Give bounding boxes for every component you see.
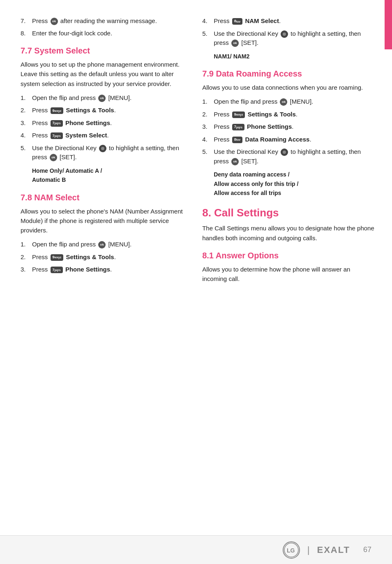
section-body-77: Allows you to set up the phone managemen…	[21, 60, 186, 88]
lg-logo: LG	[283, 541, 300, 559]
list-item: 3. Press 7pqrs Phone Settings.	[21, 118, 186, 128]
directional-key-icon	[281, 30, 288, 38]
item-number: 4.	[202, 16, 214, 26]
item-content: Open the flip and press ok [MENU].	[32, 240, 186, 249]
svg-text:LG: LG	[287, 547, 295, 554]
footer-page-number: 67	[363, 545, 371, 554]
lg-logo-svg: LG	[284, 542, 299, 558]
ok-icon: ok	[231, 39, 239, 47]
directional-key-icon	[281, 149, 288, 156]
item-content: Enter the four-digit lock code.	[32, 29, 112, 38]
directional-key-icon	[99, 145, 106, 152]
list-item: 5. Use the Directional Key to highlight …	[202, 147, 376, 166]
item-number: 5.	[202, 29, 214, 39]
footer-brand: EXALT	[317, 545, 350, 555]
item-number: 5.	[21, 144, 32, 153]
key-7-icon: 7pqrs	[51, 120, 63, 127]
item-content: Press ok after reading the warning messa…	[32, 16, 157, 26]
ok-icon: ok	[50, 154, 57, 161]
list-item: 2. Press 9wxyz Settings & Tools.	[202, 110, 376, 119]
item-number: 1.	[21, 93, 32, 103]
item-number: 8.	[21, 29, 32, 38]
item-content: Press 7pqrs Phone Settings.	[214, 122, 376, 132]
key-7-icon: 7pqrs	[51, 132, 63, 139]
item-number: 1.	[202, 97, 214, 107]
item-number: 3.	[21, 118, 32, 128]
section-79: 7.9 Data Roaming Access Allows you to us…	[202, 69, 376, 197]
ok-icon: ok	[51, 18, 58, 25]
section-8: 8. Call Settings The Call Settings menu …	[202, 207, 376, 243]
section-78-cont: 4. Press 8tuv NAM Select. 5. Use the Dir…	[202, 16, 376, 61]
key-9-icon: 9wxyz	[232, 111, 245, 118]
item-number: 1.	[21, 240, 32, 249]
key-8-icon: 8tuv	[232, 18, 243, 25]
item-content: Press 8tuv Data Roaming Access.	[214, 135, 376, 144]
section-78-options: NAM1/ NAM2	[214, 52, 376, 61]
section-body-79: Allows you to use data connections when …	[202, 83, 376, 92]
section-body-78: Allows you to select the phone's NAM (Nu…	[21, 207, 186, 235]
ok-icon: ok	[98, 95, 106, 102]
section-77-options: Home Only/ Automatic A /Automatic B	[32, 166, 186, 185]
item-content: Open the flip and press ok [MENU].	[214, 97, 376, 107]
item-content: Press 9wxyz Settings & Tools.	[32, 253, 186, 262]
item-number: 2.	[21, 253, 32, 262]
list-item: 3. Press 7pqrs Phone Settings.	[202, 122, 376, 132]
pink-tab	[385, 0, 392, 49]
list-item: 4. Press 7pqrs System Select.	[21, 131, 186, 140]
item-number: 3.	[21, 265, 32, 274]
section-heading-79: 7.9 Data Roaming Access	[202, 69, 376, 79]
list-item: 5. Use the Directional Key to highlight …	[21, 144, 186, 162]
section-77-list: 1. Open the flip and press ok [MENU]. 2.…	[21, 93, 186, 162]
section-78-cont-list: 4. Press 8tuv NAM Select. 5. Use the Dir…	[202, 16, 376, 48]
section-78: 7.8 NAM Select Allows you to select the …	[21, 193, 186, 274]
section-heading-78: 7.8 NAM Select	[21, 193, 186, 202]
footer: LG | EXALT 67	[0, 535, 392, 564]
key-9-icon: 9wxyz	[51, 107, 64, 114]
section-79-list: 1. Open the flip and press ok [MENU]. 2.…	[202, 97, 376, 166]
item-content: Press 7pqrs Phone Settings.	[32, 265, 186, 274]
item-number: 4.	[21, 131, 32, 140]
list-item: 1. Open the flip and press ok [MENU].	[21, 240, 186, 249]
item-content: Press 9wxyz Settings & Tools.	[214, 110, 376, 119]
section-body-81: Allows you to determine how the phone wi…	[202, 265, 376, 284]
section-78-list: 1. Open the flip and press ok [MENU]. 2.…	[21, 240, 186, 274]
key-9-icon: 9wxyz	[51, 254, 64, 261]
item-content: Open the flip and press ok [MENU].	[32, 93, 186, 103]
ok-icon: ok	[280, 98, 287, 106]
section-heading-81: 8.1 Answer Options	[202, 251, 376, 260]
section-body-8: The Call Settings menu allows you to des…	[202, 223, 376, 243]
item-content: Press 8tuv NAM Select.	[214, 16, 376, 26]
item-number: 2.	[202, 110, 214, 119]
item-number: 4.	[202, 135, 214, 144]
pre-items-list: 7. Press ok after reading the warning me…	[21, 16, 186, 38]
list-item: 3. Press 7pqrs Phone Settings.	[21, 265, 186, 274]
list-item: 2. Press 9wxyz Settings & Tools.	[21, 253, 186, 262]
left-column: 7. Press ok after reading the warning me…	[21, 16, 198, 288]
item-number: 5.	[202, 147, 214, 157]
list-item: 1. Open the flip and press ok [MENU].	[202, 97, 376, 107]
key-7-icon: 7pqrs	[51, 267, 63, 273]
item-content: Press 7pqrs Phone Settings.	[32, 118, 186, 128]
section-heading-8: 8. Call Settings	[202, 207, 376, 219]
section-79-options: Deny data roaming access / Allow access …	[214, 170, 376, 197]
item-content: Press 9wxyz Settings & Tools.	[32, 106, 186, 115]
item-number: 7.	[21, 16, 32, 26]
list-item: 5. Use the Directional Key to highlight …	[202, 29, 376, 48]
footer-logo-area: LG | EXALT 67	[283, 541, 371, 559]
list-item: 7. Press ok after reading the warning me…	[21, 16, 186, 26]
item-number: 2.	[21, 106, 32, 115]
key-8-icon: 8tuv	[232, 137, 243, 143]
item-content: Press 7pqrs System Select.	[32, 131, 186, 140]
list-item: 1. Open the flip and press ok [MENU].	[21, 93, 186, 103]
page: 7. Press ok after reading the warning me…	[0, 0, 392, 564]
section-heading-77: 7.7 System Select	[21, 46, 186, 56]
key-7-icon: 7pqrs	[232, 124, 244, 130]
section-81: 8.1 Answer Options Allows you to determi…	[202, 251, 376, 284]
section-77: 7.7 System Select Allows you to set up t…	[21, 46, 186, 185]
list-item: 2. Press 9wxyz Settings & Tools.	[21, 106, 186, 115]
item-content: Use the Directional Key to highlight a s…	[32, 144, 186, 162]
list-item: 8. Enter the four-digit lock code.	[21, 29, 186, 38]
list-item: 4. Press 8tuv NAM Select.	[202, 16, 376, 26]
item-content: Use the Directional Key to highlight a s…	[214, 29, 376, 48]
list-item: 4. Press 8tuv Data Roaming Access.	[202, 135, 376, 144]
